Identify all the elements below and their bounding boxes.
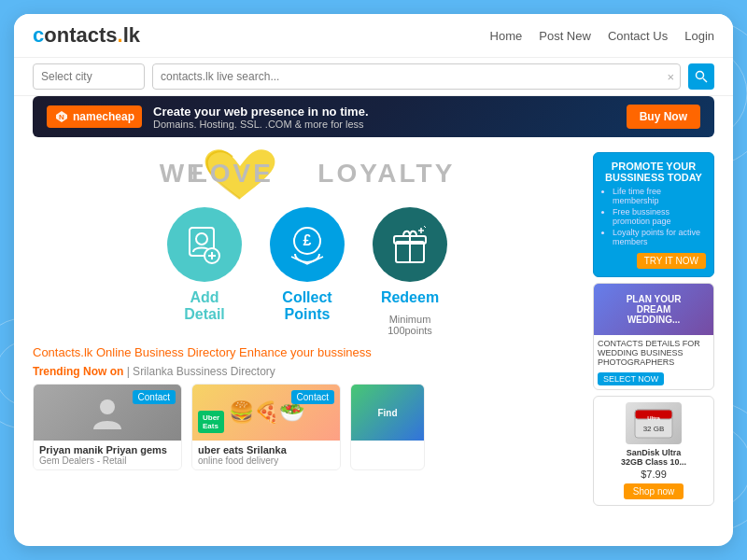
sidebar-feature-1: Life time free membership	[613, 187, 706, 205]
sidebar-promote-title: PROMOTE YOUR BUSSINESS TODAY	[601, 161, 706, 183]
card-1-type: Gem Dealers - Retail	[39, 455, 176, 466]
trending-card-3: Find	[350, 384, 425, 470]
card-3-image: Find	[351, 385, 424, 441]
nav-links: Home Post New Contact Us Login	[490, 29, 714, 43]
trending-section: Trending Now on | Srilanka Bussiness Dir…	[33, 365, 582, 470]
svg-point-33	[196, 233, 207, 245]
product-name: SanDisk Ultra 32GB Class 10...	[599, 448, 708, 467]
sidebar-feature-2: Free bussiness promotion page	[613, 207, 706, 226]
svg-text:£: £	[303, 232, 312, 248]
nav-contact-us[interactable]: Contact Us	[608, 29, 668, 43]
collect-points-icon-circle: £	[270, 207, 345, 282]
trending-cards: Contact Priyan manik Priyan gems Gem Dea…	[33, 384, 582, 470]
content-area: WE LOYALTY LOVE	[14, 145, 733, 506]
banner-sub-text: Domains. Hosting. SSL. .COM & more for l…	[153, 119, 368, 130]
buy-now-button[interactable]: Buy Now	[627, 105, 700, 129]
wedding-title: PLAN YOURDREAMWEDDING...	[627, 294, 682, 325]
clear-icon[interactable]: ×	[661, 70, 680, 84]
sidebar-promote-ad: PROMOTE YOUR BUSSINESS TODAY Life time f…	[593, 152, 714, 277]
trending-card-2: 🍔🍕🥗 UberEats Contact uber eats Srilanka …	[191, 384, 341, 470]
sidebar: PROMOTE YOUR BUSSINESS TODAY Life time f…	[593, 145, 714, 506]
sd-card-icon: 32 GB Ultra	[630, 405, 677, 442]
collect-points-item: £ CollectPoints	[270, 207, 345, 336]
collect-points-label: CollectPoints	[282, 289, 331, 323]
loyalty-section: WE LOYALTY LOVE	[33, 145, 582, 198]
collect-points-icon: £	[286, 223, 329, 266]
main-card: contacts.lk Home Post New Contact Us Log…	[14, 14, 733, 546]
banner-text: Create your web presence in no time. Dom…	[153, 105, 368, 130]
banner: N namecheap Create your web presence in …	[33, 96, 714, 137]
trending-label: Trending Now on | Srilanka Bussiness Dir…	[33, 365, 582, 378]
wedding-image: PLAN YOURDREAMWEDDING...	[594, 284, 713, 335]
trending-card-1: Contact Priyan manik Priyan gems Gem Dea…	[33, 384, 182, 470]
sidebar-promote-features: Life time free membership Free bussiness…	[601, 187, 706, 246]
add-detail-icon	[184, 224, 225, 265]
icons-row: AddDetail £ CollectPoints	[33, 207, 582, 336]
svg-line-29	[703, 78, 707, 82]
main-section: WE LOYALTY LOVE	[33, 145, 582, 506]
card-2-name: uber eats Srilanka	[198, 444, 334, 455]
header: contacts.lk Home Post New Contact Us Log…	[14, 14, 733, 58]
sidebar-feature-3: Loyalty points for active members	[613, 228, 706, 246]
svg-point-28	[697, 72, 704, 79]
shop-now-button[interactable]: Shop now	[624, 483, 684, 499]
nav-home[interactable]: Home	[490, 29, 523, 43]
product-image: 32 GB Ultra	[626, 402, 682, 444]
city-select[interactable]	[33, 63, 145, 90]
svg-point-45	[100, 399, 115, 414]
redeem-label: Redeem	[381, 289, 439, 306]
card-1-info: Priyan manik Priyan gems Gem Dealers - R…	[34, 441, 181, 469]
add-detail-icon-circle	[167, 207, 242, 282]
sidebar-wedding-ad: PLAN YOURDREAMWEDDING... CONTACTS DETAIL…	[593, 283, 714, 390]
card-2-contact-button[interactable]: Contact	[291, 390, 334, 404]
trending-suffix: | Srilanka Bussiness Directory	[127, 365, 275, 378]
banner-main-text: Create your web presence in no time.	[153, 105, 368, 119]
wedding-text: CONTACTS DETAILS FOR WEDDING BUSINESS PH…	[594, 335, 713, 371]
add-detail-item: AddDetail	[167, 207, 242, 336]
add-detail-label: AddDetail	[184, 289, 225, 323]
card-2-type: online food delivery	[198, 455, 334, 466]
redeem-icon	[388, 223, 431, 266]
tagline: Contacts.lk Online Business Directory En…	[33, 345, 582, 359]
search-bar: ×	[14, 58, 733, 96]
search-input-wrapper: ×	[152, 63, 681, 90]
svg-line-44	[424, 226, 426, 228]
nav-login[interactable]: Login	[684, 29, 714, 43]
love-text: LOVE	[191, 159, 274, 189]
namecheap-icon: N	[54, 109, 69, 124]
card-2-info: uber eats Srilanka online food delivery	[192, 441, 340, 469]
select-now-button[interactable]: SELECT NOW	[598, 372, 664, 385]
redeem-sublabel: Minimum100points	[388, 314, 432, 336]
uber-eats-logo: UberEats	[198, 411, 224, 433]
logo: contacts.lk	[33, 23, 140, 48]
redeem-item: Redeem Minimum100points	[373, 207, 447, 336]
search-icon	[695, 70, 708, 83]
card-1-contact-button[interactable]: Contact	[133, 390, 176, 404]
svg-text:Ultra: Ultra	[647, 415, 660, 421]
redeem-icon-circle	[373, 207, 447, 282]
namecheap-logo: N namecheap	[47, 105, 142, 128]
card-1-name: Priyan manik Priyan gems	[39, 444, 176, 455]
search-input[interactable]	[153, 66, 661, 87]
sidebar-product: 32 GB Ultra SanDisk Ultra 32GB Class 10.…	[593, 396, 714, 506]
product-price: $7.99	[599, 469, 708, 480]
banner-left: N namecheap Create your web presence in …	[47, 105, 369, 130]
svg-text:32 GB: 32 GB	[643, 425, 665, 433]
trending-prefix: Trending Now on	[33, 365, 123, 378]
svg-text:N: N	[59, 113, 64, 121]
nav-post-new[interactable]: Post New	[539, 29, 591, 43]
try-it-button[interactable]: TRY IT NOW	[637, 253, 706, 269]
search-button[interactable]	[688, 63, 714, 90]
